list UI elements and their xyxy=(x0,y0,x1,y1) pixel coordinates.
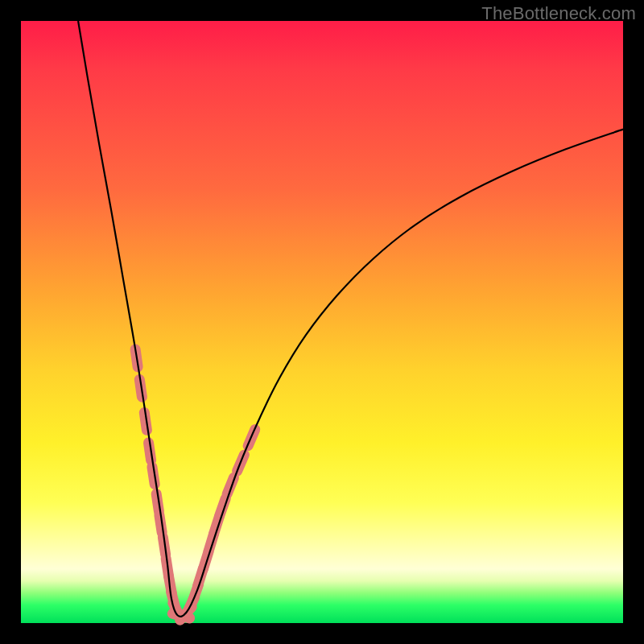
plot-area xyxy=(21,21,623,623)
watermark-text: TheBottleneck.com xyxy=(481,3,636,24)
chart-frame: TheBottleneck.com xyxy=(0,0,644,644)
curve-svg xyxy=(21,21,623,623)
marker-layer xyxy=(135,349,255,620)
